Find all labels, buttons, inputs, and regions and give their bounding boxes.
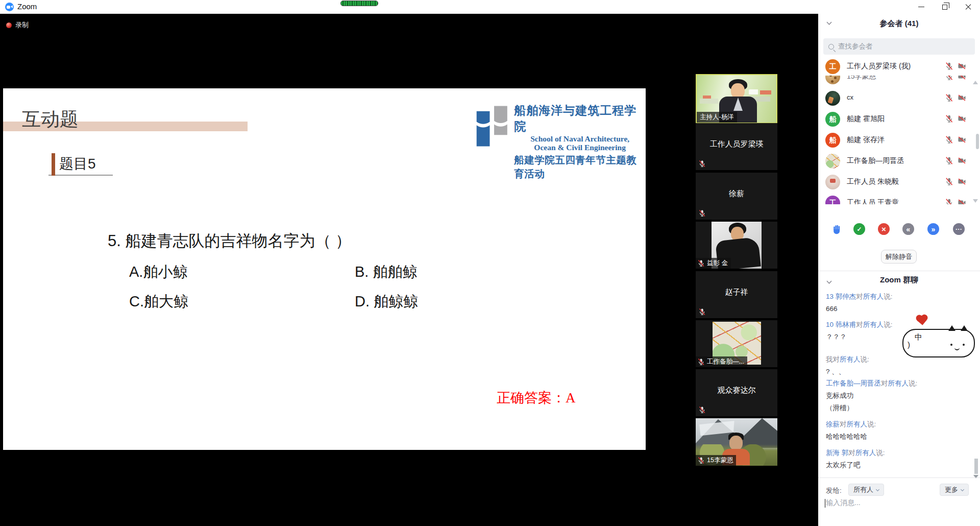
mic-muted-icon: [697, 259, 705, 267]
video-tile-host[interactable]: 主持人-杨洋: [696, 74, 777, 124]
chat-connector: 对: [848, 449, 855, 457]
chat-connector: 说:: [861, 355, 869, 363]
mic-muted-icon: [945, 76, 953, 81]
host-video-background-art: [700, 95, 720, 105]
avatar: 工: [825, 59, 840, 74]
chat-connector: 对: [833, 355, 840, 363]
chat-connector: 说:: [884, 321, 892, 328]
participant-status-icons: [945, 177, 966, 186]
restore-button[interactable]: [933, 0, 957, 14]
chat-connector: 对: [881, 379, 888, 387]
chat-message-header: 我对所有人说:: [826, 355, 969, 364]
participant-row[interactable]: 船 船建 霍旭阳: [818, 109, 971, 130]
event-title: 船建学院五四青年节主题教育活动: [514, 153, 646, 181]
participant-list[interactable]: 15李蒙恩 cx 船 船建 霍旭阳: [818, 76, 980, 204]
video-tile[interactable]: 益彰 金: [696, 222, 777, 269]
go-slower-button[interactable]: «: [902, 223, 914, 235]
avatar-initial: 工: [829, 62, 837, 71]
mic-muted-icon: [697, 457, 705, 464]
chat-connector: 对: [856, 321, 863, 328]
chat-message-header: 工作备胎—周晋丞对所有人说:: [826, 379, 969, 388]
participant-video-name: 15李蒙恩: [707, 456, 733, 465]
no-button[interactable]: ×: [878, 223, 890, 235]
participant-status-icons: [945, 114, 966, 123]
chat-message-body: 竞标成功: [826, 391, 969, 400]
video-name-label: 工作备胎—...: [696, 356, 747, 367]
video-tile[interactable]: 赵子祥: [696, 271, 777, 318]
shared-screen-slide: 互动题 题目5 船舶海洋与建筑工程学院 School of Naval Arch…: [3, 88, 646, 450]
video-tile[interactable]: 工作备胎—...: [696, 320, 777, 367]
participant-row[interactable]: 工 工作人员 王青章: [818, 193, 971, 204]
window-title: Zoom: [17, 2, 37, 11]
video-tile[interactable]: 徐薪: [696, 173, 777, 220]
chat-connector: 对: [840, 420, 847, 428]
participant-status-icons: [945, 156, 966, 165]
cat-ear: [961, 325, 968, 331]
participant-row[interactable]: 工作备胎—周晋丞: [818, 151, 971, 172]
chat-recipient: 所有人: [863, 293, 884, 300]
cat-mouth: [954, 348, 960, 350]
video-name-label: 益彰 金: [696, 258, 731, 269]
close-button[interactable]: [957, 0, 980, 14]
chat-scrollbar-thumb[interactable]: [974, 459, 978, 474]
go-faster-button[interactable]: »: [927, 223, 939, 235]
school-logo-mark: [476, 103, 509, 150]
double-left-icon: «: [906, 225, 911, 233]
chat-sticker-image: 中 ): [902, 316, 975, 357]
search-participants-input[interactable]: 查找参会者: [823, 38, 975, 55]
video-off-icon: [958, 156, 966, 165]
mic-muted-icon: [945, 114, 953, 123]
chat-message: 我对所有人说: ? 、、: [826, 355, 969, 376]
cat-sticker: 中 ): [902, 329, 975, 357]
chat-connector: 对: [856, 293, 863, 300]
participant-name: 工作人员 朱晓毅: [847, 177, 899, 186]
feedback-actions-row: ✓ × « » ···: [818, 223, 980, 235]
unmute-button[interactable]: 解除静音: [881, 250, 917, 264]
more-reactions-button[interactable]: ···: [953, 223, 965, 235]
quiz-question-text: 5. 船建青志队的吉祥物名字为（ ）: [108, 230, 351, 252]
send-to-dropdown[interactable]: 所有人: [848, 484, 884, 496]
video-tile[interactable]: 15李蒙恩: [696, 418, 777, 466]
chat-message-body: 太欢乐了吧: [826, 461, 969, 469]
chat-recipient: 所有人: [840, 355, 861, 363]
restore-icon: [942, 5, 947, 10]
chat-connector: 说:: [867, 420, 876, 428]
participant-row[interactable]: cx: [818, 88, 971, 109]
participant-video-name: 工作备胎—...: [707, 357, 744, 366]
mic-muted-icon: [698, 308, 706, 316]
chat-message-input[interactable]: 输入消息...: [825, 498, 861, 508]
avatar-initial: 船: [829, 136, 837, 145]
participant-row[interactable]: 工作人员 朱晓毅: [818, 172, 971, 193]
avatar: [825, 76, 840, 84]
chat-message: 新海 郭对所有人说: 太欢乐了吧: [826, 448, 969, 469]
raise-hand-button[interactable]: [831, 223, 843, 235]
video-tile[interactable]: 观众赛达尔: [696, 369, 777, 416]
chat-message-body: （滑稽）: [826, 403, 969, 412]
mic-muted-icon: [945, 93, 953, 102]
yes-button[interactable]: ✓: [853, 223, 865, 235]
chat-more-dropdown[interactable]: 更多: [940, 484, 969, 496]
video-tile[interactable]: 工作人员罗梁瑛: [696, 123, 777, 170]
avatar: [825, 91, 840, 106]
raised-hand-icon: [831, 224, 843, 235]
participant-video-name: 主持人-杨洋: [700, 113, 734, 122]
chat-message-body: 666: [826, 304, 969, 313]
send-to-value: 所有人: [853, 485, 873, 494]
school-logo-text: 船舶海洋与建筑工程学院 School of Naval Architecture…: [514, 103, 646, 181]
participant-video-name: 益彰 金: [707, 259, 728, 268]
participant-name: 船建 霍旭阳: [847, 114, 885, 124]
scroll-down-icon[interactable]: [973, 199, 978, 203]
scroll-up-icon[interactable]: [973, 81, 978, 84]
recording-label: 录制: [15, 20, 29, 30]
minimize-button[interactable]: [910, 0, 933, 14]
participant-name: cx: [847, 93, 853, 101]
chat-connector: 说:: [909, 379, 917, 387]
participant-row-self[interactable]: 工 工作人员罗梁瑛 (我): [818, 56, 971, 77]
scrollbar-thumb[interactable]: [976, 134, 979, 149]
cat-stroke: ): [908, 340, 910, 349]
video-off-icon: [958, 76, 966, 81]
participant-row[interactable]: 15李蒙恩: [818, 76, 971, 87]
chat-connector: 说:: [884, 293, 892, 300]
mic-muted-icon: [697, 358, 705, 366]
participant-row[interactable]: 船 船建 张存洋: [818, 130, 971, 151]
